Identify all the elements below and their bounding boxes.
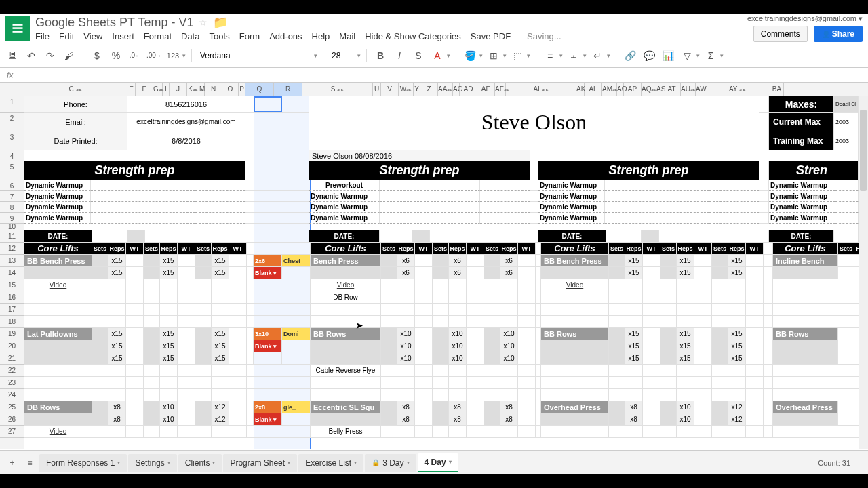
col-W[interactable]: W◂▸ xyxy=(399,83,414,96)
font-select[interactable] xyxy=(197,49,313,62)
col-AO[interactable]: AO xyxy=(617,83,624,96)
chart-icon[interactable]: 📊 xyxy=(660,47,676,64)
number-format-icon[interactable]: 123 xyxy=(165,47,181,64)
account-email[interactable]: exceltrainingdesigns@gmail.com ▾ xyxy=(747,14,863,23)
phone-label[interactable]: Phone: xyxy=(24,96,127,113)
wrap-icon[interactable]: ↵ xyxy=(589,47,606,64)
row-4[interactable]: 4 xyxy=(0,150,24,161)
tab-3day[interactable]: 🔒3 Day▾ xyxy=(365,454,416,472)
col-C[interactable]: C ◂ ▸ xyxy=(24,83,127,96)
menu-savepdf[interactable]: Save PDF xyxy=(471,31,511,41)
col-AS[interactable]: AS xyxy=(656,83,663,96)
date-label[interactable]: Date Printed: xyxy=(24,131,127,150)
menu-mail[interactable]: Mail xyxy=(339,31,355,41)
col-N[interactable]: N xyxy=(205,83,222,96)
training-max-label[interactable]: Training Max xyxy=(769,131,834,150)
col-AL[interactable]: AL xyxy=(585,83,602,96)
font-size-input[interactable] xyxy=(329,49,356,62)
row-14[interactable]: 14 xyxy=(0,267,24,279)
client-date[interactable]: Steve Olson 06/08/2016 xyxy=(309,150,530,161)
menu-edit[interactable]: Edit xyxy=(59,31,74,41)
menu-addons[interactable]: Add-ons xyxy=(269,31,302,41)
row-3[interactable]: 3 xyxy=(0,131,24,150)
col-AQ[interactable]: AQ◂▸ xyxy=(642,83,656,96)
date-value[interactable]: 6/8/2016 xyxy=(127,131,245,150)
menu-data[interactable]: Data xyxy=(181,31,199,41)
doc-title[interactable]: Google Sheets PT Temp - V1 xyxy=(35,16,193,30)
col-AA[interactable]: AA◂▸ xyxy=(438,83,453,96)
col-AT[interactable]: AT xyxy=(663,83,681,96)
col-G[interactable]: G◂▸ xyxy=(153,83,163,96)
all-sheets-button[interactable]: ≡ xyxy=(22,455,38,471)
col-AY[interactable]: AY ◂ ▸ xyxy=(705,83,770,96)
row-headers[interactable]: 1 2 3 4 5 6 7 8 9 10 11 12 13 14 15 16 1… xyxy=(0,96,24,449)
row-22[interactable]: 22 xyxy=(0,365,24,377)
bold-icon[interactable]: B xyxy=(372,47,389,64)
col-Y[interactable]: Y xyxy=(414,83,420,96)
row-20[interactable]: 20 xyxy=(0,340,24,352)
col-AW[interactable]: AW xyxy=(696,83,705,96)
col-J[interactable]: J xyxy=(170,83,187,96)
col-Z[interactable]: Z xyxy=(420,83,438,96)
share-button[interactable]: Share xyxy=(814,26,863,42)
email-value[interactable]: exceltrainingdesigns@gmail.com xyxy=(127,113,245,131)
select-all-corner[interactable] xyxy=(0,83,24,96)
row-13[interactable]: 13 xyxy=(0,255,24,267)
col-AP[interactable]: AP xyxy=(624,83,642,96)
col-P[interactable]: P xyxy=(239,83,245,96)
paint-format-icon[interactable]: 🖌 xyxy=(61,47,77,64)
dec-decimal-icon[interactable]: .0← xyxy=(127,47,143,64)
col-O[interactable]: O xyxy=(222,83,239,96)
maxes-label[interactable]: Maxes: xyxy=(769,96,834,113)
col-AU[interactable]: AU◂▸ xyxy=(681,83,696,96)
col-Q[interactable]: Q xyxy=(245,83,274,96)
folder-icon[interactable]: 📁 xyxy=(213,15,228,30)
col-E[interactable]: E xyxy=(127,83,136,96)
row-10[interactable]: 10 xyxy=(0,224,24,230)
sheet-area[interactable]: C ◂ ▸ E F G◂▸ I J K◂▸ M N O P Q R S ◂ ▸ … xyxy=(0,83,868,449)
strike-icon[interactable]: S xyxy=(410,47,427,64)
col-M[interactable]: M xyxy=(199,83,205,96)
currency-icon[interactable]: $ xyxy=(89,47,105,64)
col-AM[interactable]: AM◂▸ xyxy=(602,83,617,96)
print-icon[interactable]: 🖶 xyxy=(4,47,20,64)
formula-input[interactable] xyxy=(20,70,868,80)
col-U[interactable]: U xyxy=(373,83,381,96)
menu-format[interactable]: Format xyxy=(144,31,172,41)
row-24[interactable]: 24 xyxy=(0,389,24,401)
fill-color-icon[interactable]: 🪣 xyxy=(462,47,478,64)
link-icon[interactable]: 🔗 xyxy=(622,47,638,64)
col-AK[interactable]: AK xyxy=(576,83,585,96)
row-18[interactable]: 18 xyxy=(0,316,24,328)
halign-icon[interactable]: ≡ xyxy=(542,47,558,64)
col-R[interactable]: R xyxy=(274,83,302,96)
row-17[interactable]: 17 xyxy=(0,304,24,316)
row-23[interactable]: 23 xyxy=(0,377,24,389)
row-7[interactable]: 7 xyxy=(0,191,24,202)
undo-icon[interactable]: ↶ xyxy=(23,47,39,64)
row-16[interactable]: 16 xyxy=(0,291,24,304)
column-headers[interactable]: C ◂ ▸ E F G◂▸ I J K◂▸ M N O P Q R S ◂ ▸ … xyxy=(0,83,868,96)
italic-icon[interactable]: I xyxy=(391,47,408,64)
inc-decimal-icon[interactable]: .00→ xyxy=(146,47,162,64)
tab-settings[interactable]: Settings▾ xyxy=(128,454,176,472)
col-AI[interactable]: AI ◂ ▸ xyxy=(506,83,576,96)
valign-icon[interactable]: ⫠ xyxy=(566,47,582,64)
col-K[interactable]: K◂▸ xyxy=(187,83,199,96)
row-26[interactable]: 26 xyxy=(0,413,24,426)
col-BA[interactable]: BA xyxy=(770,83,784,96)
menu-hideshow[interactable]: Hide & Show Categories xyxy=(365,31,461,41)
row-8[interactable]: 8 xyxy=(0,202,24,213)
menu-help[interactable]: Help xyxy=(312,31,330,41)
row-15[interactable]: 15 xyxy=(0,279,24,291)
email-label[interactable]: Email: xyxy=(24,113,127,131)
redo-icon[interactable]: ↷ xyxy=(42,47,58,64)
tab-clients[interactable]: Clients▾ xyxy=(178,454,222,472)
percent-icon[interactable]: % xyxy=(108,47,124,64)
functions-icon[interactable]: Σ xyxy=(703,47,719,64)
row-1[interactable]: 1 xyxy=(0,96,24,113)
col-AF[interactable]: AF◂▸ xyxy=(495,83,506,96)
row-21[interactable]: 21 xyxy=(0,352,24,365)
tab-form-responses[interactable]: Form Responses 1▾ xyxy=(39,454,127,472)
filter-icon[interactable]: ▽ xyxy=(679,47,695,64)
